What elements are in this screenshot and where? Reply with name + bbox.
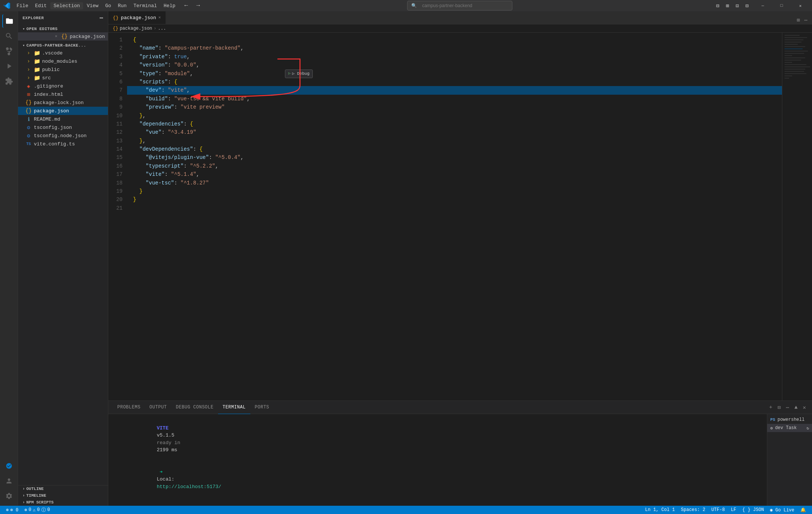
menu-edit[interactable]: Edit [32,2,50,9]
new-terminal-btn[interactable]: + [768,404,774,411]
file-tsconfig[interactable]: ⚙ tsconfig.json [18,123,108,132]
menu-view[interactable]: View [84,2,102,9]
code-editor[interactable]: 12345 678910 1112131415 1617181920 21 { … [108,33,812,401]
maximize-panel-btn[interactable]: ▲ [793,404,799,411]
npm-chevron: › [23,500,25,505]
activity-remote[interactable] [2,459,16,473]
svg-rect-18 [785,71,804,72]
activity-extensions[interactable] [2,74,16,88]
svg-rect-5 [785,42,801,42]
activity-bar [0,11,18,506]
npm-scripts-header[interactable]: › NPM SCRIPTS [18,499,108,506]
nav-back[interactable]: ← [182,2,191,10]
activity-search[interactable] [2,29,16,43]
close-btn[interactable]: ✕ [792,0,809,11]
code-line-8: "build": "vue-tsc && vite build", [127,95,782,103]
layout-sidebar-btn[interactable]: ⊟ [714,2,722,10]
file-gitignore[interactable]: ◈ .gitignore [18,82,108,90]
more-actions-btn[interactable]: ⋯ [803,16,809,24]
status-errors[interactable]: ⊗ 0 ⚠ 0 ⓘ 0 [21,506,53,514]
activity-settings[interactable] [2,489,16,503]
outline-chevron: › [23,487,25,491]
file-public[interactable]: › 📁 public [18,65,108,74]
activity-source-control[interactable] [2,44,16,58]
code-line-3: "private": true, [127,53,782,61]
outline-header[interactable]: › OUTLINE [18,485,108,492]
svg-rect-4 [785,39,803,40]
html-icon: ⊞ [26,91,32,98]
terminal-powershell[interactable]: PS powershell [767,416,812,424]
file-readme[interactable]: ℹ README.md [18,115,108,123]
status-go-live[interactable]: ◉ Go Live [767,506,797,514]
minimize-btn[interactable]: — [754,0,771,11]
sidebar-title: EXPLORER ⋯ [18,11,108,25]
file-tsconfig-node[interactable]: ⚙ tsconfig.node.json [18,132,108,140]
code-line-17: "vite": "^5.1.4", [127,170,782,178]
activity-run-debug[interactable] [2,59,16,73]
file-src[interactable]: › 📁 src [18,74,108,82]
file-node_modules[interactable]: › 📁 node_modules [18,57,108,65]
panel-tab-actions: + ⊟ ⋯ ▲ ✕ [768,404,807,411]
open-editor-package-json[interactable]: × {} package.json [18,32,108,41]
maximize-btn[interactable]: □ [773,0,790,11]
terminal-dev-task[interactable]: ⚙ dev Task ↻ [767,424,812,432]
file-vite-config[interactable]: TS vite.config.ts [18,140,108,148]
tab-icon: {} [113,15,119,21]
folder-src-icon: 📁 [34,75,40,81]
activity-account[interactable] [2,474,16,488]
status-language[interactable]: { } JSON [739,506,767,514]
tab-close-icon[interactable]: × [158,15,161,20]
code-line-14: "devDependencies": { [127,145,782,153]
sidebar-more-btn[interactable]: ⋯ [100,14,103,22]
menu-terminal[interactable]: Terminal [130,2,160,9]
search-box[interactable]: 🔍 [407,1,512,11]
status-position[interactable]: Ln 1, Col 1 [642,506,678,514]
menu-selection[interactable]: Selection [50,2,83,9]
code-line-11: "dependencies": { [127,120,782,128]
terminal-layout: VITE v5.1.5 ready in 2199 ms ➜ Local: ht… [108,414,812,506]
nav-forward[interactable]: → [193,2,203,10]
svg-rect-10 [785,53,804,54]
timeline-header[interactable]: › TIMELINE [18,492,108,499]
tab-terminal[interactable]: TERMINAL [218,401,250,414]
breadcrumb-icon: {} [113,26,118,31]
layout-panel-btn[interactable]: ⊡ [733,2,741,10]
split-editor-btn[interactable]: ⊞ [795,16,801,24]
menu-file[interactable]: File [14,2,31,9]
code-content[interactable]: { "name": "campus-partner-backend", "pri… [127,33,782,401]
layout-activity-btn[interactable]: ⊟ [743,2,751,10]
terminal-content[interactable]: VITE v5.1.5 ready in 2199 ms ➜ Local: ht… [108,414,767,506]
close-editor-icon[interactable]: × [53,33,59,39]
status-line-ending[interactable]: LF [728,506,739,514]
file-package-json[interactable]: {} package.json [18,107,108,115]
svg-rect-19 [785,73,806,74]
split-terminal-btn[interactable]: ⊟ [776,404,782,411]
search-input[interactable] [419,2,508,9]
status-notifications[interactable]: 🔔 [797,506,809,514]
tab-package-json[interactable]: {} package.json × [108,11,166,24]
status-remote[interactable]: ⊗ ⊗ 0 [3,506,21,514]
breadcrumb: {} package.json › ... [108,24,812,33]
tab-debug-console[interactable]: DEBUG CONSOLE [171,401,218,414]
code-line-15: "@vitejs/plugin-vue": "^5.0.4", [127,153,782,162]
status-spaces[interactable]: Spaces: 2 [678,506,708,514]
file-.vscode[interactable]: › 📁 .vscode [18,49,108,57]
tab-problems[interactable]: PROBLEMS [113,401,145,414]
file-package-lock[interactable]: {} package-lock.json [18,98,108,107]
file-index-html[interactable]: ⊞ index.html [18,90,108,98]
project-header[interactable]: ▾ CAMPUS-PARTNER-BACKE... [18,42,108,49]
menu-help[interactable]: Help [161,2,178,9]
open-editors-header[interactable]: ▾ OPEN EDITORS [18,26,108,32]
open-editors-section: ▾ OPEN EDITORS × {} package.json [18,25,108,41]
menu-run[interactable]: Run [115,2,129,9]
menu-go[interactable]: Go [102,2,114,9]
more-terminal-btn[interactable]: ⋯ [785,404,791,411]
folder-vscode-icon: 📁 [34,50,40,56]
info-icon: ⓘ [41,507,46,513]
close-panel-btn[interactable]: ✕ [801,404,807,411]
tab-output[interactable]: OUTPUT [145,401,171,414]
layout-editor-btn[interactable]: ⊞ [723,2,732,10]
activity-explorer[interactable] [2,14,16,28]
status-encoding[interactable]: UTF-8 [708,506,728,514]
tab-ports[interactable]: PORTS [250,401,274,414]
